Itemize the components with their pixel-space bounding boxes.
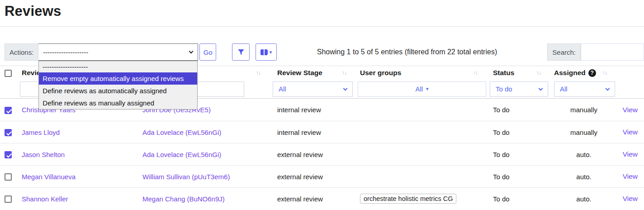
actions-dropdown-menu: -------------------- Remove empty automa… (38, 60, 198, 110)
go-button[interactable]: Go (199, 43, 216, 61)
review-stage-filter-value: All (279, 85, 286, 93)
header-review-stage-label: Review Stage (277, 69, 322, 77)
sort-icon[interactable]: ↑↓ (342, 70, 346, 76)
reviewer-link[interactable]: James Lloyd (22, 129, 60, 136)
reviewed-user-link[interactable]: Ada Lovelace (EwL56nGi) (142, 129, 221, 136)
assigned-value: auto. (551, 195, 617, 203)
review-stage-value: external review (270, 195, 356, 203)
chevron-down-icon (343, 86, 348, 91)
assigned-filter-value: All (560, 85, 568, 93)
user-groups-filter-value: All (415, 85, 423, 93)
user-group-badge: orchestrate holistic metrics CG (360, 194, 456, 204)
assigned-value: auto. (551, 173, 617, 181)
toolbar: Actions: -------------------- ----------… (0, 43, 644, 61)
sort-icon[interactable]: ↑↓ (473, 70, 478, 76)
help-icon[interactable]: ? (588, 69, 596, 77)
dropdown-option-define-manual[interactable]: Define reviews as manually assigned (39, 97, 197, 109)
assigned-value: auto. (551, 151, 617, 158)
actions-group: Actions: -------------------- ----------… (5, 43, 216, 61)
reviewer-link[interactable]: Megan Villanueva (22, 173, 76, 181)
assigned-value: manually (551, 106, 617, 114)
status-value: To do (488, 173, 551, 181)
chevron-down-icon (189, 49, 194, 54)
review-stage-value: internal review (270, 129, 356, 136)
caret-down-icon: ▾ (426, 86, 429, 91)
header-review-stage[interactable]: Review Stage ↑↓ (270, 69, 356, 77)
filter-button[interactable] (232, 43, 250, 61)
search-group: Search: (547, 43, 644, 61)
columns-icon (260, 49, 268, 55)
view-link[interactable]: View (623, 172, 638, 180)
row-checkbox[interactable] (5, 129, 12, 136)
status-value: To do (488, 106, 551, 114)
header-status-label: Status (493, 69, 514, 77)
header-assigned[interactable]: Assigned ? ↑↓ (551, 69, 617, 77)
reviewer-link[interactable]: Jason Shelton (22, 151, 65, 158)
row-checkbox[interactable] (5, 151, 12, 158)
assigned-filter-select[interactable]: All (554, 81, 615, 97)
user-groups-filter-dropdown[interactable]: All ▾ (358, 81, 486, 97)
filter-icon (237, 48, 245, 56)
status-filter-value: To do (496, 85, 512, 93)
page-title: Reviews (5, 3, 644, 19)
view-link[interactable]: View (623, 150, 638, 158)
status-value: To do (488, 151, 551, 158)
review-stage-filter-select[interactable]: All (273, 81, 353, 97)
search-input[interactable] (581, 43, 644, 61)
columns-visibility-button[interactable]: ▾ (256, 43, 277, 61)
status-filter-select[interactable]: To do (490, 81, 548, 97)
table-row: Shannon Keller Megan Chang (BuNO6n9J) ex… (0, 187, 644, 210)
review-stage-value: external review (270, 151, 356, 158)
table-row: James Lloyd Ada Lovelace (EwL56nGi) inte… (0, 121, 644, 143)
showing-entries-text: Showing 1 to 5 of 5 entries (filtered fr… (280, 43, 534, 61)
table-row: Megan Villanueva William Sullivan (pUuT3… (0, 165, 644, 187)
header-assigned-label: Assigned (554, 69, 586, 77)
row-checkbox[interactable] (5, 107, 12, 114)
chevron-down-icon (606, 86, 610, 91)
header-status[interactable]: Status ↑↓ (488, 69, 551, 77)
reviewed-user-link[interactable]: Megan Chang (BuNO6n9J) (142, 195, 225, 203)
search-label: Search: (547, 43, 581, 61)
status-value: To do (488, 129, 551, 136)
actions-select-value: -------------------- (43, 48, 88, 56)
caret-down-icon: ▾ (270, 50, 272, 55)
actions-select[interactable]: -------------------- -------------------… (38, 43, 198, 61)
sort-icon[interactable]: ↑↓ (256, 70, 260, 76)
dropdown-option-none[interactable]: -------------------- (39, 61, 197, 72)
title-divider (0, 26, 644, 27)
status-value: To do (488, 195, 551, 203)
actions-label: Actions: (5, 43, 38, 61)
select-all-checkbox[interactable] (5, 70, 12, 77)
reviewer-link[interactable]: Shannon Keller (22, 195, 68, 203)
reviewed-user-link[interactable]: William Sullivan (pUuT3em6) (142, 173, 230, 181)
review-stage-value: internal review (270, 106, 356, 114)
row-checkbox[interactable] (5, 196, 12, 203)
chevron-down-icon (539, 86, 543, 91)
view-link[interactable]: View (623, 106, 638, 114)
sort-icon[interactable]: ↑↓ (602, 70, 607, 76)
row-checkbox[interactable] (5, 173, 12, 181)
review-stage-value: external review (270, 173, 356, 181)
sort-icon[interactable]: ↑↓ (536, 70, 541, 76)
table-row: Jason Shelton Ada Lovelace (EwL56nGi) ex… (0, 143, 644, 165)
dropdown-option-remove-empty[interactable]: Remove empty automatically assigned revi… (39, 72, 197, 85)
header-user-groups[interactable]: User groups ↑↓ (356, 69, 488, 77)
reviewed-user-link[interactable]: Ada Lovelace (EwL56nGi) (142, 151, 221, 158)
view-link[interactable]: View (623, 195, 638, 202)
assigned-value: manually (551, 129, 617, 136)
header-user-groups-label: User groups (360, 69, 401, 77)
view-link[interactable]: View (623, 128, 638, 136)
dropdown-option-define-auto[interactable]: Define reviews as automatically assigned (39, 85, 197, 97)
